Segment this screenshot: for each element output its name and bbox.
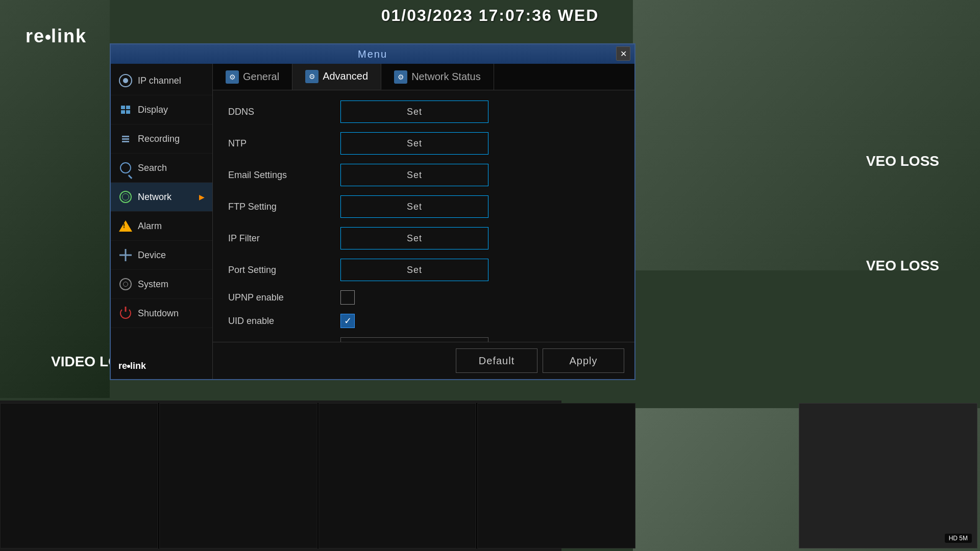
- ntp-row: NTP Set: [228, 132, 619, 155]
- video-loss-overlay-bottom: VIDEO LO: [51, 354, 119, 370]
- search-icon: [118, 161, 133, 175]
- upnp-row: UPNP enable: [228, 290, 619, 305]
- shutdown-icon: [118, 306, 133, 320]
- dialog-titlebar: Menu ✕: [111, 44, 634, 64]
- sidebar-item-display[interactable]: Display: [111, 95, 212, 124]
- sidebar-item-label-display: Display: [138, 105, 168, 115]
- reolink-logo: relink: [26, 26, 87, 47]
- uid-enable-row: UID enable ✓: [228, 314, 619, 328]
- sidebar-item-recording[interactable]: Recording: [111, 124, 212, 154]
- dialog-close-button[interactable]: ✕: [616, 46, 630, 61]
- video-loss-overlay-1: VEO LOSS: [866, 153, 939, 169]
- ddns-row: DDNS Set: [228, 101, 619, 123]
- network-status-tab-icon: ⚙: [394, 70, 407, 84]
- recording-icon: [118, 132, 133, 146]
- sidebar-item-label-network: Network: [138, 192, 172, 203]
- bottom-buttons: Default Apply: [213, 342, 634, 379]
- ftp-setting-set-button[interactable]: Set: [340, 195, 488, 218]
- network-arrow-icon: ▶: [199, 193, 205, 201]
- alarm-icon: [118, 219, 133, 233]
- apply-button[interactable]: Apply: [543, 348, 624, 373]
- email-settings-row: Email Settings Set: [228, 164, 619, 186]
- form-area: DDNS Set NTP Set Email Settings Set FTP …: [213, 90, 634, 342]
- ntp-label: NTP: [228, 138, 340, 149]
- dialog-body: IP channel Display: [111, 64, 634, 379]
- sidebar-item-device[interactable]: Device: [111, 241, 212, 270]
- tab-general[interactable]: ⚙ General: [213, 64, 292, 90]
- sidebar-item-network[interactable]: Network ▶: [111, 183, 212, 212]
- tab-network-status[interactable]: ⚙ Network Status: [381, 64, 494, 90]
- checkbox-check-icon: ✓: [344, 316, 352, 325]
- video-loss-overlay-2: VEO LOSS: [866, 258, 939, 274]
- ddns-label: DDNS: [228, 107, 340, 117]
- sidebar-item-label-shutdown: Shutdown: [138, 308, 179, 319]
- camera-grid: [0, 403, 635, 548]
- general-tab-icon: ⚙: [226, 70, 239, 84]
- sidebar-item-label-alarm: Alarm: [138, 221, 162, 232]
- sidebar-item-ip-channel[interactable]: IP channel: [111, 66, 212, 95]
- uid-row: UID: [228, 337, 619, 342]
- device-icon: [118, 248, 133, 262]
- ip-filter-set-button[interactable]: Set: [340, 227, 488, 249]
- cctv-right-top: [633, 0, 980, 270]
- sidebar-item-label-search: Search: [138, 163, 167, 173]
- cctv-left-panel: [0, 0, 110, 398]
- email-settings-label: Email Settings: [228, 170, 340, 181]
- sidebar-item-alarm[interactable]: Alarm: [111, 212, 212, 241]
- display-icon: [118, 103, 133, 117]
- uid-input[interactable]: [340, 337, 488, 342]
- sidebar-reolink-logo: relink: [118, 361, 146, 371]
- sidebar-item-label-recording: Recording: [138, 134, 180, 144]
- menu-dialog: Menu ✕ IP channel: [110, 43, 635, 380]
- network-icon: [118, 190, 133, 204]
- system-icon: [118, 277, 133, 291]
- datetime-display: 01/03/2023 17:07:36 WED: [381, 6, 599, 25]
- ftp-setting-label: FTP Setting: [228, 202, 340, 212]
- upnp-label: UPNP enable: [228, 292, 340, 303]
- cam-bottom-right: HD 5M: [799, 403, 977, 548]
- uid-enable-label: UID enable: [228, 316, 340, 327]
- sidebar: IP channel Display: [111, 64, 213, 379]
- port-setting-label: Port Setting: [228, 265, 340, 276]
- ip-channel-icon: [118, 73, 133, 88]
- tab-bar: ⚙ General ⚙ Advanced ⚙ Network Status: [213, 64, 634, 90]
- cam-br-badge: HD 5M: [945, 534, 972, 543]
- dialog-title: Menu: [358, 48, 387, 60]
- default-button[interactable]: Default: [456, 348, 537, 373]
- sidebar-item-label-ip-channel: IP channel: [138, 76, 181, 86]
- sidebar-item-label-device: Device: [138, 250, 166, 261]
- cam-cell-1: [0, 403, 158, 548]
- sidebar-item-label-system: System: [138, 279, 168, 290]
- cam-cell-3: [318, 403, 477, 548]
- sidebar-item-shutdown[interactable]: Shutdown: [111, 299, 212, 328]
- ip-filter-label: IP Filter: [228, 233, 340, 244]
- upnp-checkbox[interactable]: [340, 290, 355, 305]
- ip-filter-row: IP Filter Set: [228, 227, 619, 249]
- uid-enable-checkbox[interactable]: ✓: [340, 314, 355, 328]
- port-setting-set-button[interactable]: Set: [340, 259, 488, 281]
- sidebar-item-system[interactable]: System: [111, 270, 212, 299]
- cam-cell-4: [477, 403, 635, 548]
- tab-general-label: General: [243, 71, 279, 83]
- cam-cell-2: [159, 403, 317, 548]
- advanced-tab-icon: ⚙: [305, 70, 318, 83]
- tab-network-status-label: Network Status: [411, 71, 481, 83]
- port-setting-row: Port Setting Set: [228, 259, 619, 281]
- ntp-set-button[interactable]: Set: [340, 132, 488, 155]
- ftp-setting-row: FTP Setting Set: [228, 195, 619, 218]
- ddns-set-button[interactable]: Set: [340, 101, 488, 123]
- sidebar-item-search[interactable]: Search: [111, 154, 212, 183]
- content-area: ⚙ General ⚙ Advanced ⚙ Network Status DD…: [213, 64, 634, 379]
- email-settings-set-button[interactable]: Set: [340, 164, 488, 186]
- tab-advanced-label: Advanced: [323, 70, 368, 82]
- tab-advanced[interactable]: ⚙ Advanced: [292, 64, 381, 90]
